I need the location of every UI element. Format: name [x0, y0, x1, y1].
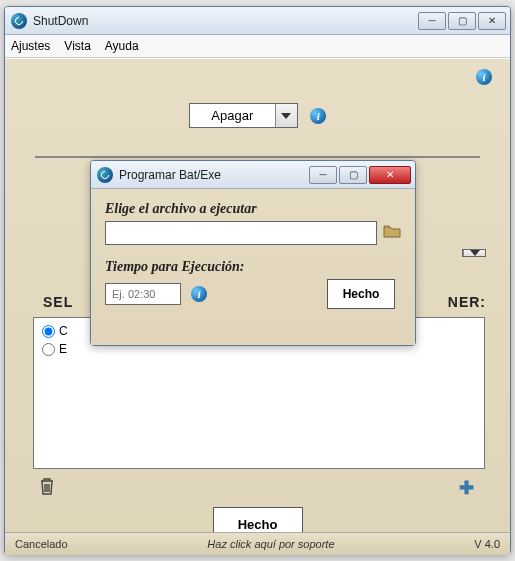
dialog-titlebar[interactable]: Programar Bat/Exe ─ ▢ ✕: [91, 161, 415, 189]
menubar: Ajustes Vista Ayuda: [5, 35, 510, 58]
dialog-window-controls: ─ ▢ ✕: [309, 166, 411, 184]
dialog-body: Elige el archivo a ejecutar Tiempo para …: [91, 189, 415, 345]
folder-icon[interactable]: [383, 224, 401, 242]
secondary-select[interactable]: [462, 249, 486, 257]
app-icon: [11, 13, 27, 29]
section-label-right: NER:: [448, 294, 486, 310]
dialog-title: Programar Bat/Exe: [119, 168, 309, 182]
time-field-label: Tiempo para Ejecución:: [105, 259, 401, 275]
plus-icon[interactable]: ✚: [459, 477, 474, 499]
divider: [35, 156, 480, 158]
version-label: V 4.0: [474, 538, 500, 550]
window-title: ShutDown: [33, 14, 418, 28]
radio-label-2: E: [59, 342, 67, 356]
main-titlebar[interactable]: ShutDown ─ ▢ ✕: [5, 7, 510, 35]
info-icon[interactable]: i: [310, 108, 326, 124]
status-left: Cancelado: [15, 538, 68, 550]
info-icon[interactable]: i: [476, 69, 492, 85]
action-row: Apagar i: [5, 59, 510, 128]
dialog-minimize-button[interactable]: ─: [309, 166, 337, 184]
chevron-down-icon: [275, 104, 297, 127]
info-icon[interactable]: i: [191, 286, 207, 302]
chevron-down-icon: [463, 250, 485, 256]
radio-label-1: C: [59, 324, 68, 338]
menu-ayuda[interactable]: Ayuda: [105, 39, 139, 53]
dialog-maximize-button[interactable]: ▢: [339, 166, 367, 184]
time-row: i Hecho: [105, 279, 401, 309]
minimize-button[interactable]: ─: [418, 12, 446, 30]
maximize-button[interactable]: ▢: [448, 12, 476, 30]
time-input[interactable]: [105, 283, 181, 305]
radio-input-2[interactable]: [42, 343, 55, 356]
support-link[interactable]: Haz click aquí por soporte: [68, 538, 475, 550]
file-row: [105, 221, 401, 245]
close-button[interactable]: ✕: [478, 12, 506, 30]
file-path-input[interactable]: [105, 221, 377, 245]
action-select[interactable]: Apagar: [189, 103, 298, 128]
statusbar: Cancelado Haz click aquí por soporte V 4…: [5, 532, 510, 554]
trash-icon[interactable]: [39, 477, 55, 499]
file-field-label: Elige el archivo a ejecutar: [105, 201, 401, 217]
dialog-close-button[interactable]: ✕: [369, 166, 411, 184]
dialog-window: Programar Bat/Exe ─ ▢ ✕ Elige el archivo…: [90, 160, 416, 346]
radio-input-1[interactable]: [42, 325, 55, 338]
action-select-value: Apagar: [190, 104, 275, 127]
app-icon: [97, 167, 113, 183]
menu-ajustes[interactable]: Ajustes: [11, 39, 50, 53]
section-label-left: SEL: [43, 294, 73, 310]
dialog-done-button[interactable]: Hecho: [327, 279, 395, 309]
menu-vista[interactable]: Vista: [64, 39, 90, 53]
window-controls: ─ ▢ ✕: [418, 12, 506, 30]
